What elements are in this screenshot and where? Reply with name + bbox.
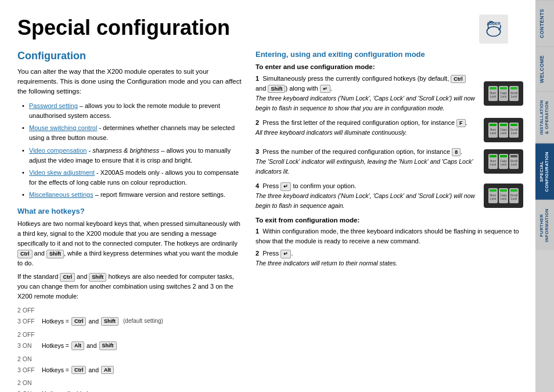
hotkeys-para2: If the standard Ctrl and Shift hotkeys a… — [17, 272, 244, 301]
svg-rect-50 — [510, 189, 517, 192]
mouse-switching-link[interactable]: Mouse switching control — [29, 124, 97, 131]
ctrl-key-4: Ctrl — [71, 366, 87, 375]
sidebar-tab-installation[interactable]: INSTALLATION & OPERATION — [535, 91, 554, 143]
step-1-content: 1 Simultaneously press the currently con… — [256, 74, 477, 113]
sidebar-tab-further[interactable]: FURTHER INFORMATION — [535, 200, 554, 250]
svg-rect-36 — [500, 155, 507, 157]
enter-key-s4: ↵ — [280, 182, 291, 191]
configuration-heading: Configuration — [17, 50, 244, 62]
sidebar-tab-special-config[interactable]: SPECIAL CONFIGURATION — [535, 143, 554, 200]
list-item: Password setting – allows you to lock th… — [22, 101, 244, 121]
hotkeys-label-3: Hotkeys = — [42, 365, 69, 376]
ctrl-key-s1: Ctrl — [451, 75, 466, 84]
settings-list: Password setting – allows you to lock th… — [17, 101, 244, 199]
left-column: Configuration You can alter the way that… — [17, 50, 244, 392]
eight-key: 8 — [452, 148, 461, 157]
misc-settings-link[interactable]: Miscellaneous settings — [29, 191, 93, 198]
hotkeys-label-1: Hotkeys = — [42, 316, 69, 327]
svg-rect-23 — [500, 124, 507, 126]
svg-text:Lock: Lock — [511, 163, 517, 166]
step-1-text: 1 Simultaneously press the currently con… — [256, 74, 477, 113]
keyboard-graphic-2: Num Lock Caps Lock Scroll Lock — [484, 118, 523, 142]
svg-text:Lock: Lock — [490, 163, 497, 166]
svg-rect-10 — [500, 87, 507, 89]
step-2-group: 2 Press the first letter of the required… — [256, 118, 524, 142]
keyboard-graphic-4: Num Lock Caps Lock Scroll Lock — [484, 184, 523, 208]
switch-row-4: 2 ON — [17, 377, 244, 389]
step-2-content: 2 Press the first letter of the required… — [256, 118, 477, 138]
keyboard-graphic-1: Num Lock Caps Lock Scroll Lock — [484, 81, 523, 106]
password-setting-link[interactable]: Password setting — [29, 102, 78, 109]
sidebar: CONTENTS WELCOME INSTALLATION & OPERATIO… — [535, 0, 554, 392]
sw3-off-3: 3 OFF — [17, 365, 39, 376]
hotkeys-heading: What are hotkeys? — [17, 207, 244, 215]
enter-key-exit: ↵ — [280, 250, 291, 258]
sidebar-tab-welcome[interactable]: WELCOME — [535, 46, 554, 91]
hotkeys-para1: Hotkeys are two normal keyboard keys tha… — [17, 219, 244, 268]
svg-text:Lock: Lock — [501, 197, 507, 200]
svg-point-4 — [490, 21, 491, 22]
page-container: ADDER Special configuration Configuratio… — [0, 0, 554, 392]
svg-rect-49 — [500, 189, 507, 192]
misc-settings-text: – report firmware version and restore se… — [95, 191, 225, 198]
sw2-off-1: 2 OFF — [17, 305, 39, 316]
svg-rect-35 — [490, 155, 497, 157]
switch-row-2b: 3 ON Hotkeys = Alt and Shift — [17, 340, 244, 351]
keyboard-graphic-3: Num Lock Caps Lock Scroll Lock — [484, 149, 523, 174]
switch-row-4b: 3 ON Hotkeys disabled — [17, 389, 244, 392]
ctrl-key-2: Ctrl — [60, 273, 75, 282]
video-skew-link[interactable]: Video skew adjustment — [29, 169, 95, 176]
step-4-text: 4 Press ↵ to confirm your option. The th… — [256, 181, 477, 211]
shift-key-1: Shift — [46, 250, 64, 258]
exit-step-2: 2 Press ↵. The three indicators will ret… — [256, 249, 524, 268]
svg-text:Lock: Lock — [511, 131, 517, 135]
intro-text-1: You can alter the way that the X200 modu… — [17, 67, 244, 97]
step-3-image: Num Lock Caps Lock Scroll Lock — [483, 147, 524, 177]
video-compensation-link[interactable]: Video compensation — [29, 147, 87, 154]
sidebar-tab-contents[interactable]: CONTENTS — [535, 0, 554, 46]
svg-rect-9 — [490, 87, 497, 89]
step-3-group: 3 Press the number of the required confi… — [256, 147, 524, 177]
enter-heading: To enter and use configuration mode: — [256, 63, 524, 70]
step-2-image: Num Lock Caps Lock Scroll Lock — [483, 118, 524, 142]
main-content: ADDER Special configuration Configuratio… — [0, 0, 535, 392]
svg-rect-11 — [510, 87, 517, 89]
alt-key-1: Alt — [71, 341, 84, 350]
right-column: Entering, using and exiting configuratio… — [256, 50, 524, 392]
svg-text:Lock: Lock — [490, 95, 497, 98]
svg-rect-24 — [510, 124, 517, 126]
sw3-off-1: 3 OFF — [17, 316, 39, 327]
shift-key-s1: Shift — [268, 85, 285, 93]
step-1-image: Num Lock Caps Lock Scroll Lock — [483, 74, 524, 113]
svg-rect-37 — [510, 155, 517, 157]
step-4-image: Num Lock Caps Lock Scroll Lock — [483, 181, 524, 211]
switch-row-2: 2 OFF — [17, 329, 244, 340]
svg-text:Lock: Lock — [490, 131, 497, 135]
alt-key-2: Alt — [101, 366, 114, 375]
step-3-text: 3 Press the number of the required confi… — [256, 147, 477, 177]
shift-key-2: Shift — [89, 273, 106, 282]
step-4-content: 4 Press ↵ to confirm your option. The th… — [256, 181, 477, 211]
shift-key-4: Shift — [99, 341, 117, 350]
svg-rect-0 — [479, 15, 508, 44]
list-item: Miscellaneous settings – report firmware… — [22, 190, 244, 200]
svg-rect-22 — [490, 124, 497, 126]
hotkeys-label-2: Hotkeys = — [42, 340, 69, 351]
svg-text:Lock: Lock — [501, 131, 507, 135]
switch-row-1b: 3 OFF Hotkeys = Ctrl and Shift (default … — [17, 316, 244, 327]
switch-row-1: 2 OFF — [17, 305, 244, 316]
adder-logo-icon: ADDER — [479, 15, 508, 44]
config-mode-heading: Entering, using and exiting configuratio… — [256, 50, 524, 59]
sw3-on-4: 3 ON — [17, 389, 39, 392]
sw3-on-2: 3 ON — [17, 340, 39, 351]
switch-row-3: 2 ON — [17, 354, 244, 365]
switch-table: 2 OFF 3 OFF Hotkeys = Ctrl and Shift (de… — [17, 305, 244, 392]
exit-heading: To exit from configuration mode: — [256, 217, 524, 224]
svg-text:Lock: Lock — [490, 197, 497, 200]
svg-text:Lock: Lock — [501, 163, 507, 166]
svg-text:Lock: Lock — [511, 197, 517, 200]
hotkeys-section: What are hotkeys? Hotkeys are two normal… — [17, 207, 244, 392]
svg-text:Lock: Lock — [511, 95, 517, 98]
svg-text:Lock: Lock — [501, 95, 507, 98]
step-1-group: 1 Simultaneously press the currently con… — [256, 74, 524, 113]
